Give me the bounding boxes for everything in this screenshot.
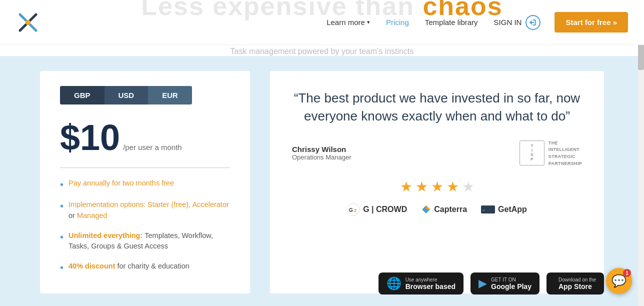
browser-icon: 🌐 [386,276,402,290]
browser-badge[interactable]: 🌐 Use anywhere Browser based [378,272,464,294]
app-store-badge-text: Download on the App Store [558,277,596,290]
platform-getapp: ›› GetApp [481,205,527,214]
signin-circle-icon [526,15,540,30]
chat-button[interactable]: 💬 1 [606,268,632,294]
bullet-icon: • [60,262,64,274]
g2crowd-icon: G 2 [347,203,360,216]
author-info: Chrissy Wilson Operations Manager [292,145,352,161]
star-3: ★ [431,178,444,195]
svg-text:2: 2 [354,208,356,213]
currency-usd-tab[interactable]: USD [104,86,148,104]
impl-accelerator-link[interactable]: Accelerator [192,200,228,208]
price-display: $10 /per user a month [60,120,230,156]
app-badges: 🌐 Use anywhere Browser based ▶ GET IT ON… [378,272,604,294]
company-logo: TISP THEINTELLIGENTSTRATEGICPARTNERSHIP [520,140,582,166]
feature-discount: • 40% discount for charity & education [60,261,230,274]
impl-prefix: Implementation options: [68,200,148,208]
chevron-down-icon: ▾ [367,19,370,26]
impl-managed-link[interactable]: Managed [77,212,107,220]
bullet-icon: • [60,231,64,243]
feature-unlimited: • Unlimited everything: Templates, Workf… [60,230,230,252]
pricing-panel: GBP USD EUR $10 /per user a month • Pay … [40,71,250,294]
testimonial-panel: “The best product we have invested in so… [270,71,604,294]
currency-tabs: GBP USD EUR [60,86,230,104]
author-title: Operations Manager [292,154,352,161]
feature-discount-text: 40% discount for charity & education [68,261,190,272]
scrollbar-track[interactable] [638,0,644,306]
getapp-icon: ›› [481,206,495,214]
company-initials: TISP [530,144,533,162]
main-content: GBP USD EUR $10 /per user a month • Pay … [0,56,644,306]
svg-point-2 [26,20,30,25]
feature-list: • Pay annually for two months free • Imp… [60,178,230,274]
nav-links: Learn more ▾ Pricing Template library SI… [320,11,628,34]
feature-unlimited-text: Unlimited everything: Templates, Workflo… [68,230,230,252]
svg-text:››: ›› [482,208,486,212]
bullet-icon: • [60,178,64,190]
feature-annual: • Pay annually for two months free [60,178,230,190]
logo[interactable] [16,10,40,34]
platform-g2crowd: G 2 G | CROWD [347,203,407,216]
start-free-button[interactable]: Start for free » [554,12,628,32]
svg-text:G: G [349,208,353,213]
star-2: ★ [416,178,428,195]
google-play-badge[interactable]: ▶ GET IT ON Google Play [470,272,540,294]
platform-capterra: Capterra [421,204,467,214]
company-box: TISP [520,140,544,166]
company-name: THEINTELLIGENTSTRATEGICPARTNERSHIP [548,140,582,166]
feature-implementation-text: Implementation options: Starter (free), … [68,200,230,222]
bullet-icon: • [60,200,64,212]
capterra-icon [421,204,431,214]
hero-subtitle: Task management powered by your team's i… [230,47,414,56]
app-store-badge[interactable]: Download on the App Store [546,272,604,294]
price-amount: $10 [60,120,120,156]
feature-implementation: • Implementation options: Starter (free)… [60,200,230,222]
currency-eur-tab[interactable]: EUR [148,86,192,104]
author-name: Chrissy Wilson [292,145,352,154]
learn-more-link[interactable]: Learn more ▾ [320,14,376,30]
browser-badge-text: Use anywhere Browser based [406,277,456,290]
testimonial-author-row: Chrissy Wilson Operations Manager TISP T… [292,140,582,166]
star-4: ★ [446,178,459,195]
price-divider [60,168,230,168]
google-play-badge-text: GET IT ON Google Play [491,277,532,290]
star-5-empty: ★ [462,178,474,195]
testimonial-quote: “The best product we have invested in so… [292,89,582,126]
chat-notification-badge: 1 [623,269,631,277]
google-play-icon: ▶ [478,277,487,290]
navbar: Less expensive than chaos Learn more ▾ P… [0,0,644,45]
sign-in-button[interactable]: SIGN IN [488,11,547,34]
pricing-link[interactable]: Pricing [380,14,415,30]
template-library-link[interactable]: Template library [419,14,484,30]
platforms-row: G 2 G | CROWD Capterra ›› GetApp [292,203,582,216]
currency-gbp-tab[interactable]: GBP [60,86,104,104]
stars-row: ★ ★ ★ ★ ★ [292,178,582,195]
price-per-label: /per user a month [123,143,182,152]
star-1: ★ [400,178,412,195]
feature-annual-text: Pay annually for two months free [68,178,174,189]
impl-starter-link[interactable]: Starter (free), [148,200,190,208]
svg-marker-7 [426,206,430,210]
